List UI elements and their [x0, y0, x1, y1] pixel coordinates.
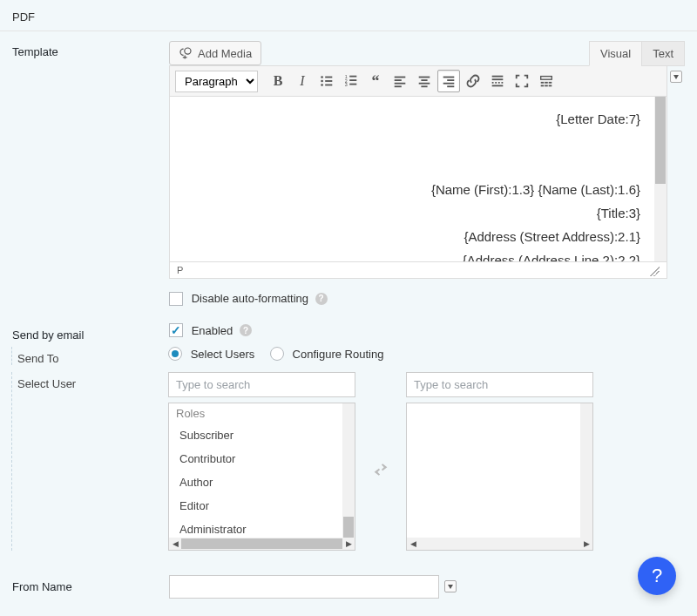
list-vscroll[interactable]: [342, 403, 355, 538]
svg-rect-22: [447, 79, 454, 81]
svg-rect-20: [421, 85, 427, 87]
svg-point-5: [321, 84, 323, 86]
template-row: Template Add Media Visual Text Paragraph: [0, 31, 697, 315]
send-email-label: Send by email: [12, 323, 169, 342]
tab-visual[interactable]: Visual: [589, 41, 641, 66]
disable-autoformat-checkbox[interactable]: [169, 292, 183, 306]
paragraph-select[interactable]: Paragraph: [175, 71, 258, 92]
select-user-row: Select User Roles Subscriber Contributor…: [0, 369, 697, 559]
help-fab-label: ?: [652, 565, 662, 587]
align-right-icon: [441, 73, 457, 89]
align-center-button[interactable]: [413, 70, 436, 92]
svg-rect-29: [541, 82, 545, 84]
align-center-icon: [416, 73, 432, 89]
select-users-option[interactable]: Select Users: [168, 347, 258, 360]
svg-rect-19: [419, 83, 430, 85]
configure-routing-radio[interactable]: [270, 347, 284, 361]
svg-rect-10: [349, 79, 356, 81]
editor-body[interactable]: {Letter Date:7} {Name (First):1.3} {Name…: [169, 97, 667, 262]
svg-rect-15: [395, 83, 406, 85]
list-item[interactable]: Contributor: [169, 447, 342, 470]
editor-scrollbar[interactable]: [654, 97, 667, 261]
svg-rect-28: [541, 77, 552, 80]
blockquote-button[interactable]: “: [364, 70, 387, 92]
add-media-label: Add Media: [198, 47, 252, 60]
svg-rect-34: [549, 85, 552, 87]
svg-rect-17: [419, 77, 430, 78]
align-right-button[interactable]: [437, 70, 460, 92]
enabled-option[interactable]: Enabled ?: [169, 323, 252, 336]
scrollbar-thumb[interactable]: [655, 97, 666, 184]
merge-tag-dropdown[interactable]: [444, 580, 457, 592]
help-fab-button[interactable]: ?: [638, 557, 676, 595]
svg-rect-25: [492, 76, 504, 78]
tab-text[interactable]: Text: [641, 41, 685, 66]
kitchen-sink-button[interactable]: [535, 70, 558, 92]
media-icon: [179, 46, 193, 60]
svg-rect-4: [325, 80, 332, 82]
editor-path: P: [177, 265, 183, 275]
source-search-input[interactable]: [168, 372, 355, 397]
readmore-button[interactable]: [486, 70, 509, 92]
italic-button[interactable]: I: [291, 70, 314, 92]
list-item[interactable]: Editor: [169, 494, 342, 518]
link-button[interactable]: [462, 70, 484, 92]
send-to-label: Send To: [11, 347, 168, 365]
svg-rect-32: [541, 85, 545, 87]
add-media-button[interactable]: Add Media: [169, 41, 261, 65]
svg-point-0: [185, 48, 191, 54]
svg-rect-13: [395, 77, 406, 78]
svg-rect-8: [349, 76, 356, 78]
svg-rect-14: [395, 79, 402, 81]
svg-point-3: [321, 80, 323, 83]
enabled-label: Enabled: [192, 324, 233, 337]
dest-listbox[interactable]: ◀▶: [406, 403, 593, 551]
bold-button[interactable]: B: [267, 70, 289, 92]
send-email-row: Send by email Enabled ?: [0, 315, 697, 343]
align-left-icon: [392, 73, 408, 89]
list-vscroll[interactable]: [580, 403, 592, 538]
editor-content[interactable]: {Letter Date:7} {Name (First):1.3} {Name…: [170, 97, 653, 261]
enabled-checkbox[interactable]: [169, 323, 183, 337]
editor-line: {Address (Address Line 2):2.2}: [182, 248, 640, 261]
ul-button[interactable]: [315, 70, 338, 92]
from-name-label: From Name: [12, 575, 169, 599]
svg-text:3: 3: [345, 82, 348, 87]
list-item[interactable]: Subscriber: [169, 423, 342, 447]
list-hscroll[interactable]: ◀▶: [407, 538, 592, 550]
resize-handle[interactable]: [647, 264, 660, 276]
disable-autoformat-option[interactable]: Disable auto-formatting ?: [169, 291, 328, 304]
kitchen-sink-icon: [538, 73, 554, 89]
svg-rect-31: [549, 82, 552, 84]
editor-line: {Address (Street Address):2.1}: [182, 225, 640, 248]
ol-button[interactable]: 123: [340, 70, 362, 92]
svg-rect-30: [545, 82, 548, 84]
list-item[interactable]: Author: [169, 470, 342, 494]
editor-line: [182, 131, 640, 154]
editor-status-bar: P: [169, 262, 667, 279]
list-item[interactable]: Administrator: [169, 518, 342, 538]
editor-tabs: Visual Text: [589, 41, 685, 66]
align-left-button[interactable]: [389, 70, 411, 92]
svg-rect-16: [395, 85, 402, 87]
list-hscroll[interactable]: ◀▶: [169, 538, 355, 550]
source-listbox[interactable]: Roles Subscriber Contributor Author Edit…: [168, 403, 355, 551]
dest-search-input[interactable]: [406, 372, 593, 397]
svg-rect-21: [443, 77, 455, 78]
fullscreen-button[interactable]: [511, 70, 533, 92]
editor-line: [182, 154, 640, 178]
section-header-pdf: PDF: [0, 0, 697, 31]
template-label: Template: [12, 40, 169, 58]
help-icon[interactable]: ?: [315, 293, 328, 305]
ol-icon: 123: [343, 73, 359, 89]
merge-tag-dropdown[interactable]: [670, 71, 682, 83]
select-users-radio[interactable]: [168, 347, 182, 361]
from-name-input[interactable]: [169, 575, 439, 599]
svg-rect-18: [421, 79, 427, 81]
svg-point-1: [321, 76, 323, 78]
svg-rect-2: [325, 77, 332, 78]
svg-rect-27: [492, 85, 504, 87]
configure-routing-option[interactable]: Configure Routing: [270, 347, 383, 360]
disable-autoformat-label: Disable auto-formatting: [192, 292, 308, 305]
help-icon[interactable]: ?: [240, 324, 252, 336]
